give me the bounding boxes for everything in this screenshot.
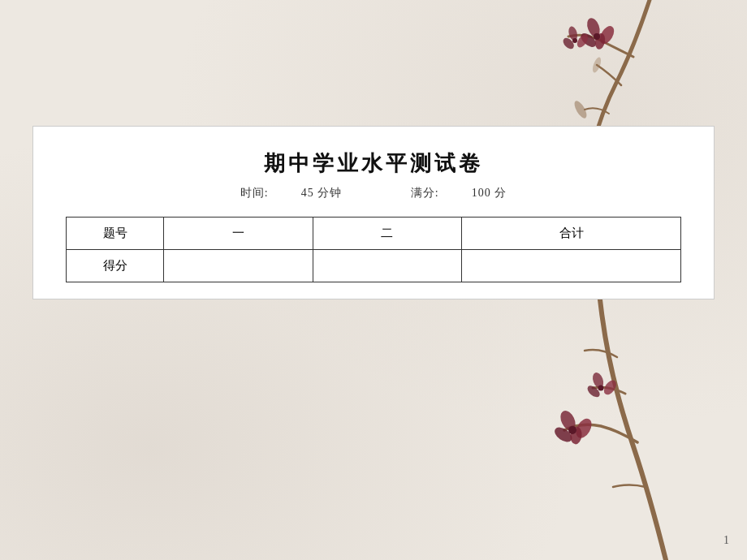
score-table: 题号 一 二 合计 得分 [66, 217, 681, 282]
score-info: 满分:100 分 [395, 187, 523, 199]
score-value: 100 分 [472, 187, 507, 199]
score-label: 满分: [411, 187, 439, 199]
table-row: 得分 [67, 250, 681, 282]
page-number: 1 [723, 534, 729, 547]
table-header-row: 题号 一 二 合计 [67, 218, 681, 250]
time-value: 45 分钟 [301, 187, 343, 199]
header-tihao: 题号 [67, 218, 164, 250]
exam-card: 期中学业水平测试卷 时间:45 分钟 满分:100 分 题号 一 二 合计 得分 [32, 126, 715, 299]
exam-title: 期中学业水平测试卷 [66, 149, 681, 178]
time-label: 时间: [240, 187, 269, 199]
cell-defen-yi [164, 250, 313, 282]
cell-defen-heji [462, 250, 681, 282]
cell-defen-er [313, 250, 462, 282]
cell-defen-label: 得分 [67, 250, 164, 282]
header-er: 二 [313, 218, 462, 250]
header-yi: 一 [164, 218, 313, 250]
time-info: 时间:45 分钟 [224, 187, 362, 199]
exam-subtitle: 时间:45 分钟 满分:100 分 [66, 186, 681, 200]
header-heji: 合计 [462, 218, 681, 250]
